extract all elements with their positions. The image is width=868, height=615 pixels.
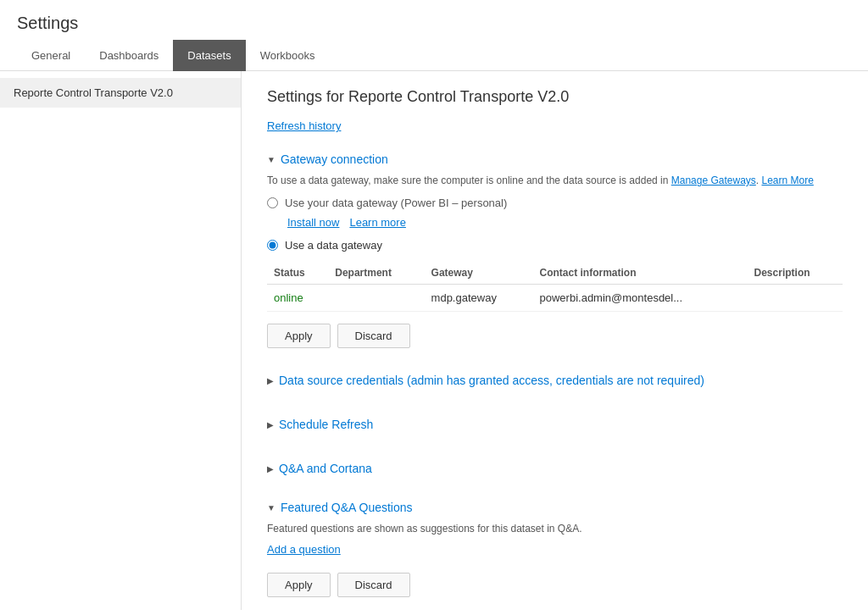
tab-dashboards[interactable]: Dashboards bbox=[85, 40, 173, 71]
col-department: Department bbox=[328, 262, 424, 285]
gateway-section-title: Gateway connection bbox=[281, 152, 388, 166]
tabs-bar: General Dashboards Datasets Workbooks bbox=[0, 40, 868, 71]
featured-qa-section: ▼ Featured Q&A Questions Featured questi… bbox=[267, 501, 843, 597]
manage-gateways-link[interactable]: Manage Gateways bbox=[671, 175, 756, 186]
gateway-apply-button[interactable]: Apply bbox=[267, 324, 331, 348]
schedule-refresh-section: ▶ Schedule Refresh bbox=[267, 413, 843, 436]
data-source-header[interactable]: ▶ Data source credentials (admin has gra… bbox=[267, 368, 843, 392]
featured-qa-button-group: Apply Discard bbox=[267, 573, 843, 597]
personal-gateway-links: Install now Learn more bbox=[287, 216, 843, 229]
table-row[interactable]: online mdp.gateway powerbi.admin@montesd… bbox=[267, 285, 843, 312]
page-title: Settings bbox=[17, 14, 851, 33]
schedule-refresh-header[interactable]: ▶ Schedule Refresh bbox=[267, 413, 843, 436]
gateway-name: mdp.gateway bbox=[425, 285, 533, 312]
featured-qa-discard-button[interactable]: Discard bbox=[337, 573, 410, 597]
tab-general[interactable]: General bbox=[17, 40, 85, 71]
gateway-discard-button[interactable]: Discard bbox=[337, 324, 410, 348]
sidebar-item-dataset[interactable]: Reporte Control Transporte V2.0 bbox=[0, 78, 241, 108]
add-question-link[interactable]: Add a question bbox=[267, 543, 341, 556]
refresh-history-section: Refresh history bbox=[267, 119, 843, 132]
tab-datasets[interactable]: Datasets bbox=[173, 40, 245, 71]
radio-personal-gateway[interactable] bbox=[267, 197, 278, 208]
featured-qa-title: Featured Q&A Questions bbox=[281, 501, 413, 514]
install-now-link[interactable]: Install now bbox=[287, 216, 339, 229]
radio-use-gateway[interactable] bbox=[267, 240, 278, 251]
data-source-collapse-icon: ▶ bbox=[267, 376, 274, 385]
gateway-collapse-icon: ▼ bbox=[267, 155, 275, 164]
qa-cortana-section: ▶ Q&A and Cortana bbox=[267, 457, 843, 480]
featured-qa-collapse-icon: ▼ bbox=[267, 503, 275, 512]
main-content: Settings for Reporte Control Transporte … bbox=[242, 71, 868, 610]
radio-use-gateway-label: Use a data gateway bbox=[285, 239, 382, 252]
data-source-section: ▶ Data source credentials (admin has gra… bbox=[267, 368, 843, 392]
featured-qa-header[interactable]: ▼ Featured Q&A Questions bbox=[267, 501, 843, 514]
tab-workbooks[interactable]: Workbooks bbox=[246, 40, 330, 71]
radio-personal-option: Use your data gateway (Power BI – person… bbox=[267, 197, 843, 209]
data-source-title: Data source credentials (admin has grant… bbox=[279, 374, 704, 387]
gateway-table: Status Department Gateway Contact inform… bbox=[267, 262, 843, 312]
col-status: Status bbox=[267, 262, 328, 285]
col-contact: Contact information bbox=[533, 262, 748, 285]
gateway-connection-header[interactable]: ▼ Gateway connection bbox=[267, 152, 843, 166]
featured-qa-description: Featured questions are shown as suggesti… bbox=[267, 523, 843, 535]
gateway-button-group: Apply Discard bbox=[267, 324, 843, 348]
gateway-status: online bbox=[267, 285, 328, 312]
gateway-department bbox=[328, 285, 424, 312]
schedule-collapse-icon: ▶ bbox=[267, 420, 274, 429]
radio-use-gateway-option: Use a data gateway bbox=[267, 239, 843, 252]
learn-more-link-2[interactable]: Learn more bbox=[349, 216, 405, 229]
learn-more-link-1[interactable]: Learn More bbox=[761, 175, 813, 186]
col-description: Description bbox=[748, 262, 843, 285]
gateway-description: To use a data gateway, make sure the com… bbox=[267, 175, 843, 186]
qa-cortana-header[interactable]: ▶ Q&A and Cortana bbox=[267, 457, 843, 480]
sidebar: Reporte Control Transporte V2.0 bbox=[0, 71, 242, 610]
qa-collapse-icon: ▶ bbox=[267, 464, 274, 474]
featured-qa-apply-button[interactable]: Apply bbox=[267, 573, 331, 597]
gateway-connection-section: ▼ Gateway connection To use a data gatew… bbox=[267, 152, 843, 348]
gateway-contact: powerbi.admin@montesdel... bbox=[533, 285, 748, 312]
content-title: Settings for Reporte Control Transporte … bbox=[267, 88, 843, 106]
gateway-desc bbox=[748, 285, 843, 312]
radio-personal-label: Use your data gateway (Power BI – person… bbox=[285, 197, 507, 209]
qa-cortana-title: Q&A and Cortana bbox=[279, 462, 372, 475]
schedule-refresh-title: Schedule Refresh bbox=[279, 418, 373, 431]
col-gateway: Gateway bbox=[425, 262, 533, 285]
refresh-history-link[interactable]: Refresh history bbox=[267, 119, 341, 132]
